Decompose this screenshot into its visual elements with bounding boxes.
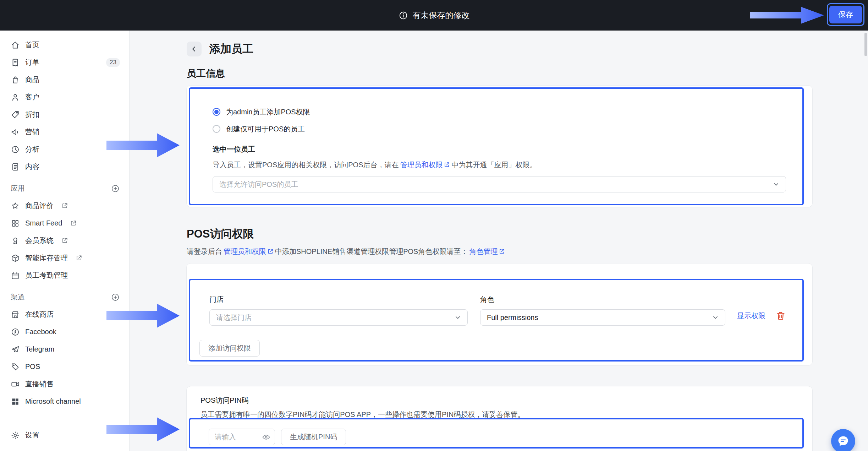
external-link-icon <box>444 162 450 168</box>
pos-access-card: 门店 请选择门店 角色 Full permissions <box>187 263 812 365</box>
show-permissions-link[interactable]: 显示权限 <box>737 311 765 321</box>
storefront-icon <box>11 310 20 319</box>
role-label: 角色 <box>480 295 725 304</box>
megaphone-icon <box>11 127 20 137</box>
role-select-value: Full permissions <box>487 314 538 322</box>
section-label: 渠道 <box>11 292 25 302</box>
staff-select[interactable]: 选择允许访问POS的员工 <box>213 176 786 192</box>
staff-select-placeholder: 选择允许访问POS的员工 <box>219 180 298 189</box>
generate-pin-button[interactable]: 生成随机PIN码 <box>281 429 346 445</box>
pin-input-wrap <box>209 429 275 445</box>
chevron-left-icon <box>190 45 198 53</box>
add-app-plus-icon[interactable] <box>111 184 120 193</box>
sidebar-item-label: 设置 <box>25 430 39 440</box>
sidebar-item-pos[interactable]: POS <box>0 358 129 375</box>
add-access-button[interactable]: 添加访问权限 <box>199 340 260 357</box>
sidebar-item-customers[interactable]: 客户 <box>0 88 129 106</box>
sidebar-item-label: 折扣 <box>25 110 39 119</box>
sidebar-item-label: 会员系统 <box>25 236 54 245</box>
sidebar-item-label: 首页 <box>25 40 39 50</box>
radio-unselected-icon <box>213 125 220 133</box>
sidebar-item-products[interactable]: 商品 <box>0 71 129 88</box>
orders-icon <box>11 58 20 67</box>
sidebar-item-smart-inventory[interactable]: 智能库存管理 <box>0 249 129 267</box>
cube-inventory-icon <box>11 254 20 263</box>
sidebar-item-live-selling[interactable]: 直播销售 <box>0 375 129 393</box>
sidebar-item-telegram[interactable]: Telegram <box>0 341 129 358</box>
pos-tag-icon <box>11 362 20 371</box>
sidebar-item-product-reviews[interactable]: 商品评价 <box>0 197 129 214</box>
eye-icon[interactable] <box>262 433 270 441</box>
sidebar-item-label: 客户 <box>25 92 39 102</box>
unsaved-changes-notice: 有未保存的修改 <box>399 10 470 21</box>
back-button[interactable] <box>187 42 202 56</box>
chat-icon <box>837 435 850 447</box>
description-text: 中为其开通「应用」权限。 <box>451 161 537 169</box>
external-link-icon <box>499 248 505 255</box>
orders-count-badge: 23 <box>106 58 120 67</box>
unsaved-changes-text: 有未保存的修改 <box>413 10 470 21</box>
sidebar-item-home[interactable]: 首页 <box>0 36 129 54</box>
role-management-link[interactable]: 角色管理 <box>469 246 505 256</box>
telegram-icon <box>11 345 20 354</box>
description-text: 导入员工，设置POS应用的相关权限，访问POS后台，请在 <box>213 161 399 169</box>
page-scrollbar[interactable] <box>864 33 867 56</box>
staff-info-description: 导入员工，设置POS应用的相关权限，访问POS后台，请在管理员和权限中为其开通「… <box>213 160 786 170</box>
external-link-icon <box>267 248 274 255</box>
grid-feed-icon <box>11 219 20 228</box>
sidebar-item-label: 营销 <box>25 127 39 137</box>
save-button[interactable]: 保存 <box>829 6 862 23</box>
external-link-icon <box>70 220 77 227</box>
radio-admin-pos[interactable]: 为admin员工添加POS权限 <box>213 105 786 118</box>
delete-permission-button[interactable] <box>775 310 786 321</box>
section-label: 应用 <box>11 184 25 193</box>
annotation-arrow-staff-info <box>106 129 182 162</box>
sidebar-item-attendance[interactable]: 员工考勤管理 <box>0 267 129 284</box>
annotation-box-save: 保存 <box>827 3 864 26</box>
external-link-icon <box>61 202 68 209</box>
microsoft-icon <box>11 397 20 406</box>
sidebar-item-label: 在线商店 <box>25 310 54 319</box>
role-select[interactable]: Full permissions <box>480 309 725 326</box>
description-text: 中添加SHOPLINE销售渠道管理权限管理POS角色权限请至： <box>275 248 468 255</box>
sidebar-item-label: 订单 <box>25 58 39 67</box>
radio-pos-only[interactable]: 创建仅可用于POS的员工 <box>213 123 786 135</box>
staff-info-heading: 员工信息 <box>187 67 812 80</box>
sidebar-item-label: 内容 <box>25 162 39 172</box>
annotation-arrow-pin <box>106 413 182 446</box>
chevron-down-icon <box>772 180 780 188</box>
sidebar-item-microsoft-channel[interactable]: Microsoft channel <box>0 393 129 410</box>
page-title: 添加员工 <box>209 42 253 56</box>
sidebar-item-smart-feed[interactable]: Smart Feed <box>0 214 129 232</box>
radio-label: 为admin员工添加POS权限 <box>226 107 310 117</box>
admin-permissions-link[interactable]: 管理员和权限 <box>400 160 450 170</box>
annotation-arrow-save <box>750 4 826 27</box>
annotation-arrow-pos-access <box>106 299 182 332</box>
sidebar-item-orders[interactable]: 订单 23 <box>0 54 129 71</box>
admin-permissions-link[interactable]: 管理员和权限 <box>224 246 274 256</box>
sidebar-item-membership[interactable]: 会员系统 <box>0 232 129 249</box>
page-header: 添加员工 <box>187 42 812 56</box>
radio-selected-icon <box>213 108 220 116</box>
external-link-icon <box>76 255 82 261</box>
select-staff-label: 选中一位员工 <box>213 145 786 154</box>
topbar: 有未保存的修改 保存 <box>0 0 868 31</box>
sidebar: 首页 订单 23 商品 客户 折扣 <box>0 31 130 451</box>
chevron-down-icon <box>454 314 462 321</box>
store-select[interactable]: 请选择门店 <box>209 309 468 326</box>
calendar-icon <box>11 271 20 280</box>
sidebar-item-label: 分析 <box>25 145 39 154</box>
sidebar-item-label: Smart Feed <box>25 219 62 227</box>
pin-description: 员工需要拥有唯一的四位数字PIN码才能访问POS APP，一些操作也需要使用PI… <box>200 409 786 419</box>
sidebar-item-label: POS <box>25 363 40 371</box>
chevron-down-icon <box>712 314 719 321</box>
external-link-icon <box>61 237 68 244</box>
radio-label: 创建仅可用于POS的员工 <box>226 124 305 134</box>
gear-icon <box>11 431 20 440</box>
sidebar-section-apps: 应用 <box>0 180 129 197</box>
sidebar-item-label: Microsoft channel <box>25 397 81 406</box>
sidebar-item-discounts[interactable]: 折扣 <box>0 106 129 123</box>
description-text: 请登录后台 <box>187 248 222 255</box>
chat-launcher[interactable] <box>831 429 855 451</box>
pos-access-heading: POS访问权限 <box>187 227 812 241</box>
